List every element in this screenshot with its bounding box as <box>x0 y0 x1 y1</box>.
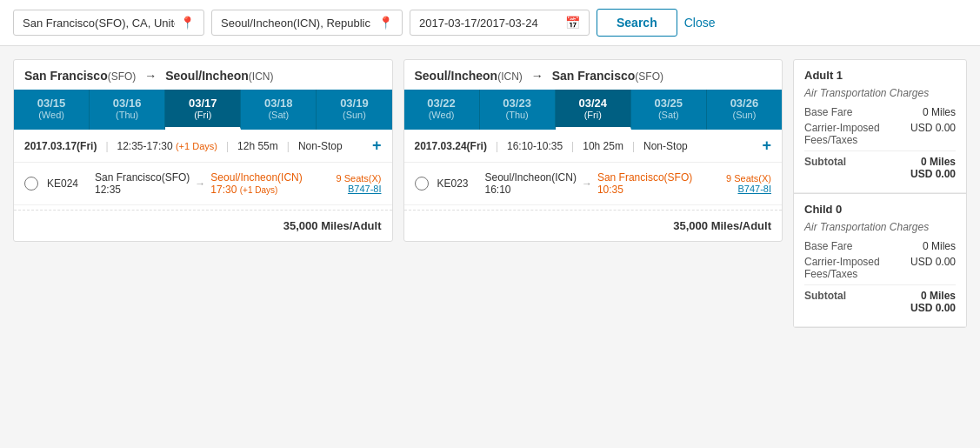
return-dep-time: 16:10 <box>485 184 577 196</box>
child-carrier-label: Carrier-Imposed Fees/Taxes <box>804 256 910 280</box>
outbound-stop-type: Non-Stop <box>298 140 343 152</box>
outbound-panel: San Francisco(SFO) → Seoul/Incheon(ICN) … <box>13 59 393 242</box>
destination-pin-icon[interactable]: 📍 <box>378 16 393 30</box>
outbound-dest-code: (ICN) <box>249 70 274 83</box>
child-subtotal-miles: 0 Miles <box>910 290 956 302</box>
outbound-dest-city: Seoul/Incheon <box>165 69 249 83</box>
return-stop-type: Non-Stop <box>643 140 688 152</box>
return-flight-origin: Seoul/Incheon(ICN) <box>485 171 577 184</box>
return-title: Seoul/Incheon(ICN) → San Francisco(SFO) <box>404 60 783 90</box>
return-flight-dest: San Francisco(SFO) <box>597 171 692 184</box>
close-link[interactable]: Close <box>684 16 716 30</box>
outbound-dep-time: 12:35 <box>95 184 190 196</box>
child-carrier-row: Carrier-Imposed Fees/Taxes USD 0.00 <box>804 256 956 280</box>
outbound-flight-radio[interactable] <box>24 177 38 191</box>
return-info-bar: 2017.03.24(Fri) | 16:10-10:35 | 10h 25m … <box>404 130 783 163</box>
return-arr-time: 10:35 <box>597 184 623 196</box>
adult-carrier-label: Carrier-Imposed Fees/Taxes <box>804 122 910 146</box>
outbound-origin-city: San Francisco <box>24 69 108 83</box>
child-subtotal-usd: USD 0.00 <box>910 302 956 314</box>
destination-field[interactable]: 📍 <box>211 10 403 36</box>
return-flight-radio[interactable] <box>415 177 429 191</box>
return-panel: Seoul/Incheon(ICN) → San Francisco(SFO) … <box>403 59 783 242</box>
return-date-label: 2017.03.24(Fri) <box>415 140 487 152</box>
main-content: San Francisco(SFO) → Seoul/Incheon(ICN) … <box>0 46 980 341</box>
return-dest-code: (SFO) <box>635 70 663 83</box>
outbound-miles: 35,000 Miles/Adult <box>14 210 392 241</box>
outbound-expand-button[interactable]: + <box>372 137 382 155</box>
adult-subtotal-miles: 0 Miles <box>910 156 956 168</box>
date-input[interactable] <box>419 17 565 30</box>
adult-carrier-row: Carrier-Imposed Fees/Taxes USD 0.00 <box>804 122 956 146</box>
child-title: Child 0 <box>804 203 956 216</box>
child-subtotal-row: Subtotal 0 Miles USD 0.00 <box>804 284 956 314</box>
top-search-bar: 📍 📍 📅 Search Close <box>0 0 980 46</box>
origin-field[interactable]: 📍 <box>13 10 204 36</box>
adult-base-fare-value: 0 Miles <box>923 106 956 118</box>
outbound-tab-3[interactable]: 03/18 (Sat) <box>241 90 317 130</box>
return-tab-0[interactable]: 03/22 (Wed) <box>404 90 480 130</box>
outbound-arr-time: 17:30 <box>210 184 237 196</box>
outbound-flight-origin: San Francisco(SFO) <box>95 171 190 184</box>
return-date-tabs: 03/22 (Wed) 03/23 (Thu) 03/24 (Fri) 03/2… <box>404 90 783 130</box>
return-time-range: 16:10-10:35 <box>507 140 563 152</box>
child-subtotal-label: Subtotal <box>804 290 910 302</box>
return-flight-row: KE023 Seoul/Incheon(ICN) 16:10 → San Fra… <box>404 163 783 205</box>
return-origin-code: (ICN) <box>497 70 523 83</box>
return-flight-code: KE023 <box>437 177 477 190</box>
outbound-tab-1[interactable]: 03/16 (Thu) <box>90 90 165 130</box>
return-origin-city: Seoul/Incheon <box>415 69 498 83</box>
adult-subtitle: Air Transportation Charges <box>804 87 956 99</box>
outbound-tab-0[interactable]: 03/15 (Wed) <box>14 90 90 130</box>
outbound-time-range: 12:35-17:30 (+1 Days) <box>117 140 217 152</box>
adult-base-fare-row: Base Fare 0 Miles <box>804 106 956 118</box>
calendar-icon[interactable]: 📅 <box>565 16 580 30</box>
outbound-seats-aircraft: 9 Seats(X) B747-8I <box>337 173 382 194</box>
outbound-aircraft[interactable]: B747-8I <box>348 184 382 194</box>
return-tab-1[interactable]: 03/23 (Thu) <box>480 90 556 130</box>
adult-title: Adult 1 <box>804 69 956 82</box>
date-field[interactable]: 📅 <box>410 10 590 36</box>
return-aircraft[interactable]: B747-8I <box>737 184 771 194</box>
return-tab-4[interactable]: 03/26 (Sun) <box>707 90 782 130</box>
return-duration: 10h 25m <box>583 140 623 152</box>
outbound-date-label: 2017.03.17(Fri) <box>24 140 97 152</box>
outbound-duration: 12h 55m <box>237 140 278 152</box>
child-base-fare-value: 0 Miles <box>923 240 956 252</box>
adult-subtotal-label: Subtotal <box>804 156 910 168</box>
outbound-flight-route: San Francisco(SFO) 12:35 → Seoul/Incheon… <box>95 171 328 196</box>
return-dest-city: San Francisco <box>552 69 636 83</box>
outbound-date-tabs: 03/15 (Wed) 03/16 (Thu) 03/17 (Fri) 03/1… <box>14 90 392 130</box>
outbound-flight-dest: Seoul/Incheon(ICN) <box>210 171 302 184</box>
outbound-seats: 9 Seats <box>337 173 369 184</box>
outbound-origin-code: (SFO) <box>108 70 137 83</box>
return-expand-button[interactable]: + <box>762 137 771 155</box>
origin-pin-icon[interactable]: 📍 <box>180 16 195 30</box>
search-button[interactable]: Search <box>597 9 677 37</box>
return-miles: 35,000 Miles/Adult <box>404 210 783 241</box>
return-tab-2[interactable]: 03/24 (Fri) <box>556 90 631 130</box>
return-seats: 9 Seats <box>726 173 758 184</box>
return-tab-3[interactable]: 03/25 (Sat) <box>631 90 707 130</box>
outbound-flight-arrow: → <box>195 177 205 190</box>
pricing-sidebar: Adult 1 Air Transportation Charges Base … <box>793 59 967 328</box>
adult-subtotal-usd: USD 0.00 <box>910 168 956 180</box>
return-seats-aircraft: 9 Seats(X) B747-8I <box>726 173 771 194</box>
outbound-arrow: → <box>144 69 157 83</box>
outbound-info-bar: 2017.03.17(Fri) | 12:35-17:30 (+1 Days) … <box>14 130 392 163</box>
destination-input[interactable] <box>221 17 373 30</box>
child-carrier-value: USD 0.00 <box>910 256 956 268</box>
child-base-fare-row: Base Fare 0 Miles <box>804 240 956 252</box>
origin-input[interactable] <box>23 17 175 30</box>
adult-carrier-value: USD 0.00 <box>910 122 956 134</box>
outbound-tab-4[interactable]: 03/19 (Sun) <box>317 90 391 130</box>
outbound-title: San Francisco(SFO) → Seoul/Incheon(ICN) <box>14 60 392 90</box>
return-flight-arrow: → <box>582 177 592 190</box>
outbound-flight-code: KE024 <box>47 177 86 190</box>
adult-subtotal-row: Subtotal 0 Miles USD 0.00 <box>804 150 956 180</box>
adult-section: Adult 1 Air Transportation Charges Base … <box>794 60 966 193</box>
return-arrow: → <box>531 69 543 83</box>
outbound-arr-note: (+1 Days) <box>240 185 278 195</box>
outbound-tab-2[interactable]: 03/17 (Fri) <box>165 90 241 130</box>
adult-base-fare-label: Base Fare <box>804 106 923 118</box>
